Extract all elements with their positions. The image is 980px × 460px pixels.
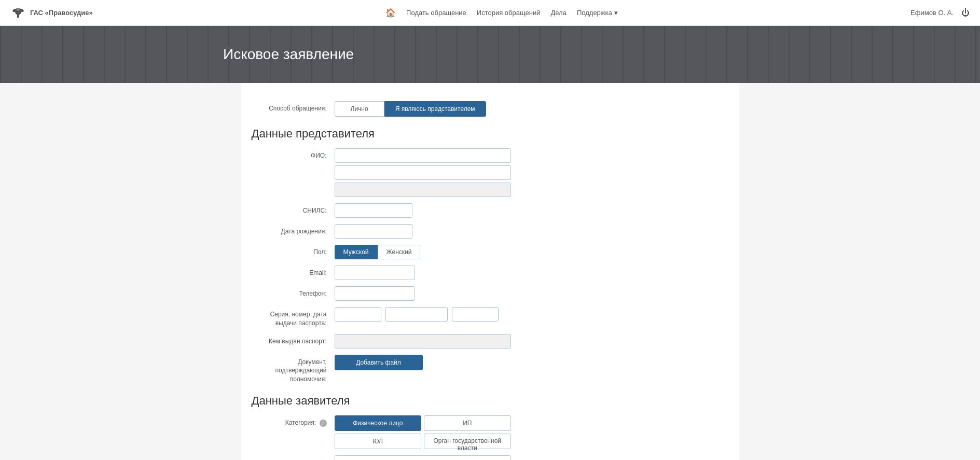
btn-representative[interactable]: Я являюсь представителем xyxy=(384,101,486,117)
home-icon[interactable]: 🏠 xyxy=(385,8,396,18)
support-label: Поддержка xyxy=(577,9,612,17)
nav-links: 🏠 Подать обращение История обращений Дел… xyxy=(108,8,895,18)
chevron-down-icon: ▾ xyxy=(614,9,618,17)
page-title: Исковое заявление xyxy=(223,46,354,63)
fio-field-2[interactable] xyxy=(335,165,511,180)
passport-issued-row: Кем выдан паспорт: xyxy=(252,334,729,349)
hero-banner: Исковое заявление xyxy=(0,26,980,83)
nav-cases[interactable]: Дела xyxy=(551,9,567,17)
applicant-fio-label: ФИО: xyxy=(252,455,335,460)
applicant-surname-field[interactable] xyxy=(335,455,511,460)
brand-label: ГАС «Правосудие» xyxy=(30,9,93,17)
applicant-fio-row: ФИО: xyxy=(252,455,729,460)
nav-submit[interactable]: Подать обращение xyxy=(406,9,466,17)
fio-field-3[interactable] xyxy=(335,183,511,197)
dob-label: Дата рождения: xyxy=(252,224,335,236)
gender-label: Пол: xyxy=(252,245,335,257)
brand: ГАС «Правосудие» xyxy=(10,5,93,21)
btn-physical[interactable]: Физическое лицо xyxy=(335,415,422,431)
doc-confirm-label: Документ, подтверждающий полномочия: xyxy=(252,355,335,384)
fio-label: ФИО: xyxy=(252,148,335,160)
eagle-icon xyxy=(10,5,26,21)
btn-personal[interactable]: Лично xyxy=(335,101,384,117)
fio-inputs xyxy=(335,148,729,197)
category-group: Физическое лицо ИП ЮЛ Орган государствен… xyxy=(335,415,511,449)
category-info-icon[interactable]: i xyxy=(320,420,327,427)
snils-field[interactable] xyxy=(335,203,412,218)
doc-confirm-row: Документ, подтверждающий полномочия: Доб… xyxy=(252,355,729,384)
svg-point-3 xyxy=(17,8,20,11)
appeal-method-label: Способ обращения: xyxy=(252,101,335,113)
section-representative-title: Данные представителя xyxy=(252,127,729,141)
email-label: Email: xyxy=(252,266,335,277)
navbar-right: Ефимов О. А. ⏻ xyxy=(910,8,970,18)
nav-history[interactable]: История обращений xyxy=(477,9,541,17)
passport-number-field[interactable] xyxy=(385,307,448,322)
btn-ip[interactable]: ИП xyxy=(424,415,511,431)
dob-field[interactable] xyxy=(335,224,412,239)
phone-field[interactable] xyxy=(335,286,415,301)
btn-female[interactable]: Женский xyxy=(378,245,421,259)
email-row: Email: xyxy=(252,266,729,280)
dob-row: Дата рождения: xyxy=(252,224,729,239)
user-name: Ефимов О. А. xyxy=(910,9,954,17)
appeal-method-row: Способ обращения: Лично Я являюсь предст… xyxy=(252,101,729,117)
section-applicant-title: Данные заявителя xyxy=(252,394,729,408)
btn-male[interactable]: Мужской xyxy=(335,245,378,259)
email-field[interactable] xyxy=(335,266,415,280)
btn-ul[interactable]: ЮЛ xyxy=(335,434,422,449)
gender-row: Пол: Мужской Женский xyxy=(252,245,729,259)
passport-series-field[interactable] xyxy=(335,307,381,322)
passport-issued-field[interactable] xyxy=(335,334,511,349)
fio-row: ФИО: xyxy=(252,148,729,197)
fio-field-1[interactable] xyxy=(335,148,511,163)
main-content: Способ обращения: Лично Я являюсь предст… xyxy=(241,83,739,460)
navbar: ГАС «Правосудие» 🏠 Подать обращение Исто… xyxy=(0,0,980,26)
phone-label: Телефон: xyxy=(252,286,335,298)
logout-icon[interactable]: ⏻ xyxy=(961,8,970,18)
passport-inputs xyxy=(335,307,499,322)
category-label: Категория: i xyxy=(252,415,335,427)
support-dropdown[interactable]: Поддержка ▾ xyxy=(577,9,618,17)
snils-row: СНИЛС: xyxy=(252,203,729,218)
passport-date-field[interactable] xyxy=(452,307,499,322)
applicant-fio-inputs xyxy=(335,455,729,460)
passport-issued-label: Кем выдан паспорт: xyxy=(252,334,335,346)
gender-group: Мужской Женский xyxy=(335,245,421,259)
svg-rect-4 xyxy=(17,15,19,18)
add-file-button[interactable]: Добавить файл xyxy=(335,355,423,370)
appeal-method-group: Лично Я являюсь представителем xyxy=(335,101,486,117)
category-row: Категория: i Физическое лицо ИП ЮЛ Орган… xyxy=(252,415,729,449)
passport-label: Серия, номер, дата выдачи паспорта: xyxy=(252,307,335,328)
phone-row: Телефон: xyxy=(252,286,729,301)
passport-row: Серия, номер, дата выдачи паспорта: xyxy=(252,307,729,328)
snils-label: СНИЛС: xyxy=(252,203,335,215)
btn-gov[interactable]: Орган государственной власти xyxy=(424,434,511,449)
